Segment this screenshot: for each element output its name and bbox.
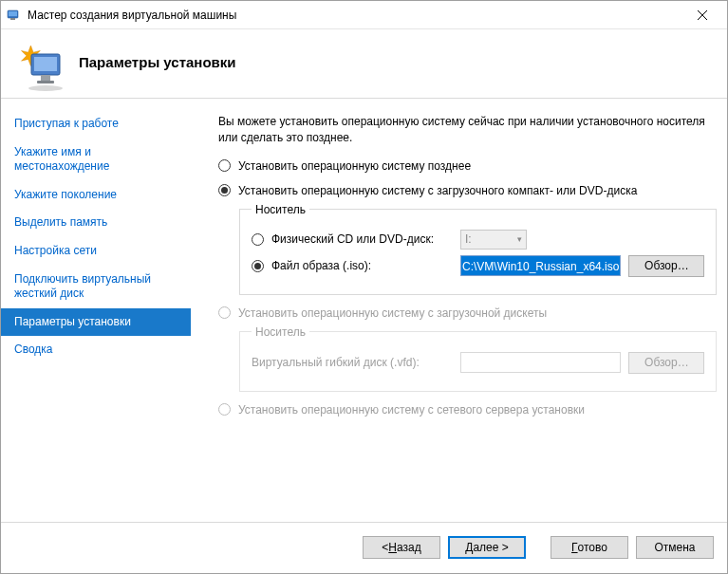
wizard-header: Параметры установки <box>1 29 727 98</box>
close-button[interactable] <box>681 2 723 28</box>
row-vfd: Виртуальный гибкий диск (.vfd): Обзор… <box>252 352 704 374</box>
radio-icon <box>218 403 231 416</box>
radio-label: Установить операционную систему с сетево… <box>238 403 585 417</box>
footer: < Назад Далее > Готово Отмена <box>1 522 727 571</box>
iso-path-input[interactable]: C:\VM\Win10_Russian_x64.iso <box>460 255 621 276</box>
sidebar-step-start[interactable]: Приступая к работе <box>1 110 191 139</box>
radio-install-cd-dvd[interactable]: Установить операционную систему с загруз… <box>218 184 717 197</box>
svg-rect-8 <box>41 75 50 81</box>
radio-install-later[interactable]: Установить операционную систему позднее <box>218 159 717 173</box>
physical-drive-select: I: ▾ <box>460 230 527 250</box>
media-legend: Носитель <box>252 325 309 339</box>
next-button[interactable]: Далее > <box>448 536 526 559</box>
svg-rect-7 <box>34 57 57 71</box>
radio-label: Файл образа (.iso): <box>271 259 371 272</box>
svg-rect-2 <box>10 18 15 20</box>
radio-icon <box>218 184 231 196</box>
iso-path-value: C:\VM\Win10_Russian_x64.iso <box>461 256 620 275</box>
vfd-label: Виртуальный гибкий диск (.vfd): <box>252 356 460 369</box>
sidebar-step-install-options[interactable]: Параметры установки <box>1 308 191 337</box>
cancel-button[interactable]: Отмена <box>636 536 714 559</box>
sidebar-step-network[interactable]: Настройка сети <box>1 237 191 266</box>
svg-rect-9 <box>37 81 54 83</box>
svg-point-10 <box>28 85 63 91</box>
sidebar: Приступая к работе Укажите имя и местона… <box>1 99 191 516</box>
svg-rect-1 <box>9 11 17 16</box>
radio-install-network: Установить операционную систему с сетево… <box>218 403 717 417</box>
radio-install-floppy: Установить операционную систему с загруз… <box>218 306 717 320</box>
radio-label: Установить операционную систему с загруз… <box>238 184 637 197</box>
main-panel: Вы можете установить операционную систем… <box>191 99 728 516</box>
drive-value: I: <box>465 232 472 246</box>
media-group-floppy: Носитель Виртуальный гибкий диск (.vfd):… <box>239 325 717 392</box>
radio-icon <box>218 159 231 172</box>
window-title: Мастер создания виртуальной машины <box>28 9 681 22</box>
sidebar-step-name-location[interactable]: Укажите имя и местонахождение <box>1 139 191 181</box>
radio-physical-drive[interactable]: Физический CD или DVD-диск: <box>252 232 460 246</box>
row-iso: Файл образа (.iso): C:\VM\Win10_Russian_… <box>252 255 704 277</box>
radio-label: Физический CD или DVD-диск: <box>271 232 434 246</box>
radio-iso-file[interactable]: Файл образа (.iso): <box>252 259 460 272</box>
sidebar-step-memory[interactable]: Выделить память <box>1 209 191 237</box>
content: Приступая к работе Укажите имя и местона… <box>1 99 727 516</box>
browse-iso-button[interactable]: Обзор… <box>628 255 704 277</box>
radio-icon <box>252 260 264 272</box>
page-title: Параметры установки <box>79 54 236 70</box>
browse-vfd-button: Обзор… <box>628 352 704 374</box>
chevron-down-icon: ▾ <box>517 234 522 244</box>
vfd-path-input <box>460 352 621 373</box>
sidebar-step-summary[interactable]: Сводка <box>1 336 191 364</box>
radio-icon <box>218 306 231 319</box>
radio-icon <box>252 233 264 246</box>
row-physical-drive: Физический CD или DVD-диск: I: ▾ <box>252 230 704 250</box>
radio-label: Установить операционную систему с загруз… <box>238 306 547 320</box>
intro-text: Вы можете установить операционную систем… <box>218 114 717 146</box>
wizard-icon <box>18 43 64 88</box>
sidebar-step-generation[interactable]: Укажите поколение <box>1 181 191 210</box>
titlebar: Мастер создания виртуальной машины <box>1 1 727 29</box>
media-group-cd-dvd: Носитель Физический CD или DVD-диск: I: … <box>239 203 717 295</box>
media-legend: Носитель <box>252 203 309 216</box>
back-button[interactable]: < Назад <box>363 536 440 559</box>
radio-label: Установить операционную систему позднее <box>238 159 471 173</box>
app-icon <box>7 8 22 23</box>
finish-button[interactable]: Готово <box>551 536 628 559</box>
sidebar-step-vhd[interactable]: Подключить виртуальный жесткий диск <box>1 266 191 308</box>
vfd-label-text: Виртуальный гибкий диск (.vfd): <box>252 356 420 369</box>
